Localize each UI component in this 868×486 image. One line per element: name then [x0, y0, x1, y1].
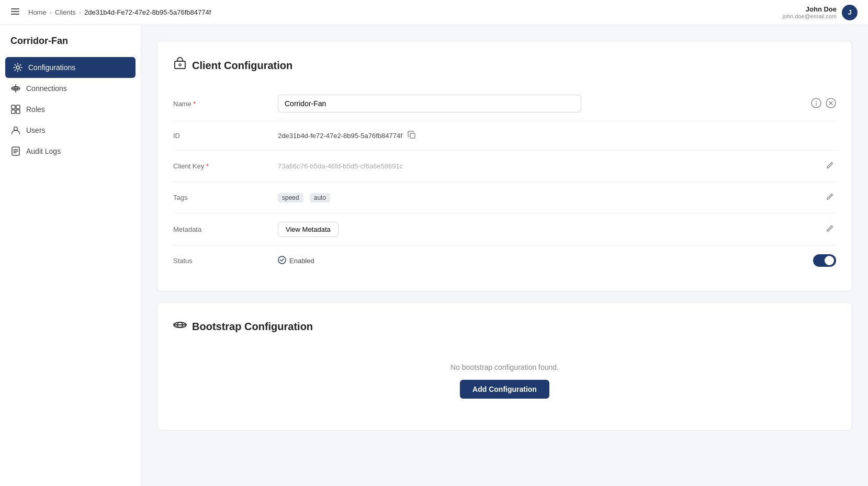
metadata-edit-button[interactable] — [824, 222, 836, 236]
client-config-title: Client Configuration — [173, 57, 836, 74]
sidebar-item-users[interactable]: Users — [0, 120, 141, 141]
id-row: ID 2de31b4d-fe72-47e2-8b95-5a76fb84774f — [173, 121, 836, 151]
status-row: Status Enabled — [173, 246, 836, 275]
sidebar-users-label: Users — [26, 126, 46, 134]
bootstrap-config-icon — [173, 318, 187, 335]
toggle-slider — [813, 254, 836, 267]
bootstrap-config-title: Bootstrap Configuration — [173, 318, 836, 335]
id-value: 2de31b4d-fe72-47e2-8b95-5a76fb84774f — [278, 132, 402, 140]
user-email: john.doe@email.com — [783, 13, 837, 19]
client-key-value-container: 73a66c76-b5da-46fd-b5d5-cf6a6e58691c — [278, 162, 824, 170]
sidebar-toggle-icon[interactable] — [10, 7, 20, 18]
name-required: * — [193, 100, 196, 108]
status-actions — [813, 254, 836, 267]
bootstrap-config-title-text: Bootstrap Configuration — [192, 321, 313, 333]
breadcrumb-clients[interactable]: Clients — [55, 8, 76, 16]
svg-rect-2 — [11, 14, 19, 15]
tags-value: speed auto — [278, 193, 824, 202]
user-info: John Doe john.doe@email.com J — [783, 5, 858, 20]
user-name: John Doe — [783, 5, 837, 13]
avatar: J — [842, 5, 858, 20]
svg-rect-11 — [16, 110, 20, 114]
top-bar: Home › Clients › 2de31b4d-Fe72-47e2-8b95… — [0, 0, 868, 25]
client-key-required: * — [206, 162, 209, 170]
status-check-icon — [278, 256, 286, 266]
app-layout: Home › Clients › 2de31b4d-Fe72-47e2-8b95… — [0, 0, 868, 486]
name-input[interactable] — [278, 95, 581, 112]
svg-rect-10 — [12, 110, 15, 114]
users-icon — [10, 125, 21, 135]
status-value-container: Enabled — [278, 256, 813, 266]
status-toggle[interactable] — [813, 254, 836, 267]
client-key-value: 73a66c76-b5da-46fd-b5d5-cf6a6e58691c — [278, 162, 824, 170]
breadcrumb-home[interactable]: Home — [28, 8, 47, 16]
sidebar-configurations-label: Configurations — [28, 63, 75, 72]
add-configuration-button[interactable]: Add Configuration — [460, 380, 549, 399]
breadcrumb-sep-1: › — [50, 8, 52, 16]
breadcrumb-sep-2: › — [79, 8, 81, 16]
sidebar-roles-label: Roles — [26, 105, 45, 114]
client-key-edit-button[interactable] — [824, 159, 836, 173]
client-key-label: Client Key * — [173, 162, 278, 170]
roles-icon — [10, 104, 21, 115]
svg-point-18 — [179, 64, 181, 66]
connections-icon — [10, 83, 21, 94]
sidebar-item-roles[interactable]: Roles — [0, 99, 141, 120]
main-layout: Corridor-Fan Configurations — [0, 25, 868, 486]
bootstrap-empty-message: No bootstrap configuration found. — [184, 363, 826, 371]
name-clear-button[interactable] — [826, 98, 836, 110]
sidebar-item-configurations[interactable]: Configurations — [5, 57, 136, 78]
tags-label: Tags — [173, 194, 278, 201]
svg-rect-0 — [11, 8, 19, 9]
bootstrap-config-card: Bootstrap Configuration No bootstrap con… — [157, 302, 852, 431]
status-value: Enabled — [278, 256, 314, 266]
sidebar-item-connections[interactable]: Connections — [0, 78, 141, 99]
name-row: Name * — [173, 86, 836, 121]
sidebar-connections-label: Connections — [26, 84, 67, 93]
main-content: Client Configuration Name * — [141, 25, 868, 486]
svg-rect-8 — [12, 105, 15, 109]
metadata-value: View Metadata — [278, 222, 824, 237]
client-config-card: Client Configuration Name * — [157, 41, 852, 291]
bootstrap-empty-state: No bootstrap configuration found. Add Co… — [173, 347, 836, 414]
app-title: Corridor-Fan — [0, 36, 141, 57]
svg-rect-1 — [11, 11, 19, 12]
client-key-row: Client Key * 73a66c76-b5da-46fd-b5d5-cf6… — [173, 151, 836, 182]
id-label: ID — [173, 132, 278, 140]
svg-rect-25 — [410, 133, 415, 138]
tag-speed: speed — [278, 193, 303, 202]
id-value-container: 2de31b4d-fe72-47e2-8b95-5a76fb84774f — [278, 130, 836, 142]
name-value — [278, 95, 811, 112]
name-label: Name * — [173, 100, 278, 108]
breadcrumb: Home › Clients › 2de31b4d-Fe72-47e2-8b95… — [28, 8, 780, 16]
svg-rect-17 — [175, 61, 185, 69]
status-text: Enabled — [289, 257, 314, 265]
tag-auto: auto — [310, 193, 330, 202]
sidebar: Corridor-Fan Configurations — [0, 25, 141, 486]
svg-point-20 — [816, 101, 817, 102]
status-label: Status — [173, 257, 278, 265]
name-info-button[interactable] — [811, 98, 821, 110]
svg-point-3 — [16, 66, 19, 69]
sidebar-audit-logs-label: Audit Logs — [26, 147, 61, 155]
name-actions — [811, 98, 836, 110]
sidebar-item-audit-logs[interactable]: Audit Logs — [0, 141, 141, 162]
view-metadata-button[interactable]: View Metadata — [278, 222, 339, 237]
id-copy-button[interactable] — [407, 130, 417, 142]
client-config-icon — [173, 57, 187, 74]
metadata-label: Metadata — [173, 225, 278, 233]
client-key-actions — [824, 159, 836, 173]
audit-logs-icon — [10, 146, 21, 156]
tags-actions — [824, 190, 836, 205]
tags-edit-button[interactable] — [824, 190, 836, 205]
configurations-icon — [13, 62, 23, 73]
client-config-title-text: Client Configuration — [192, 60, 292, 72]
metadata-row: Metadata View Metadata — [173, 213, 836, 246]
tags-row: Tags speed auto — [173, 182, 836, 213]
svg-rect-9 — [16, 105, 20, 109]
user-details: John Doe john.doe@email.com — [783, 5, 837, 19]
breadcrumb-current: 2de31b4d-Fe72-47e2-8b95-5a76fb84774f — [84, 8, 211, 16]
metadata-actions — [824, 222, 836, 236]
